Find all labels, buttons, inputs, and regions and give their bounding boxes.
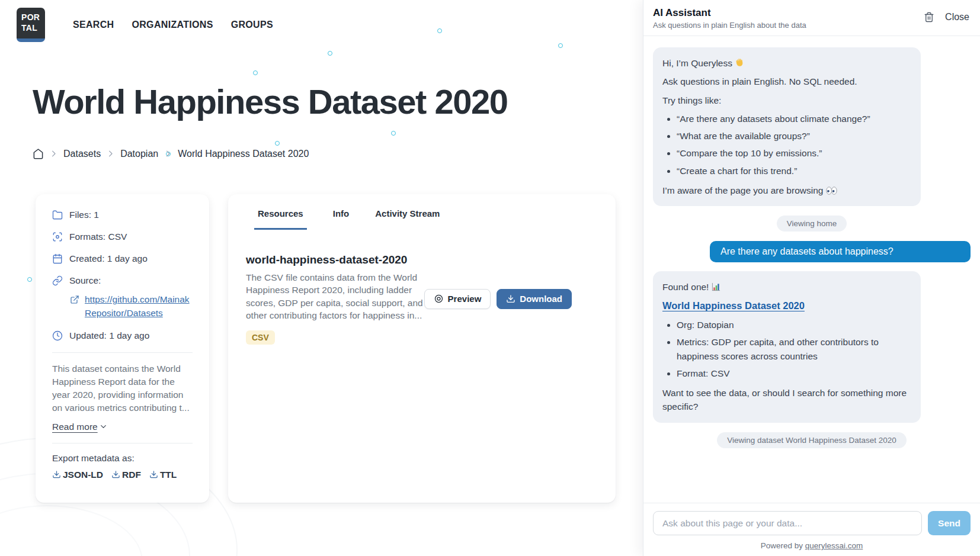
resource-name: world-happiness-dataset-2020 [246,253,424,266]
portal-logo-text: POR TAL [17,8,45,38]
export-rdf-label: RDF [122,470,141,480]
decor-ring [253,70,258,75]
created-value: Created: 1 day ago [69,253,148,264]
link-icon [52,275,63,286]
breadcrumb-item-datopian[interactable]: Datopian [120,149,158,159]
chat-messages: Hi, I’m Queryless Ask questions in plain… [643,36,980,503]
suggestion-list: “Are there any datasets about climate ch… [662,112,911,178]
download-icon [52,470,61,479]
eye-icon [434,294,444,304]
ai-assistant-panel: AI Assistant Ask questions in plain Engl… [643,0,980,556]
preview-label: Preview [448,294,482,304]
answer-dataset: World Happiness Dataset 2020 [662,298,911,313]
assistant-subtitle: Ask questions in plain English about the… [653,21,806,30]
decor-ring [275,141,280,146]
answer-outro: Want to see the data, or should I search… [662,386,911,414]
dataset-description: This dataset contains the World Happines… [52,362,193,414]
files-value: Files: 1 [69,210,99,220]
nav-item-organizations[interactable]: ORGANIZATIONS [132,20,213,30]
preview-button[interactable]: Preview [424,289,491,309]
updated-row: Updated: 1 day ago [52,330,193,341]
export-rdf-link[interactable]: RDF [111,470,141,480]
resource-actions: Preview Download [424,289,598,309]
answer-fact: Format: CSV [677,367,911,380]
chat-input[interactable] [653,511,922,535]
source-link-row: https://github.com/MainakRepositor/Datas… [70,293,193,320]
nav-item-groups[interactable]: GROUPS [231,20,273,30]
tab-resources[interactable]: Resources [254,208,307,230]
export-ttl-link[interactable]: TTL [149,470,177,480]
context-pill-viewing-dataset: Viewing dataset World Happiness Dataset … [717,432,906,448]
decor-ring [328,51,332,56]
download-icon [149,470,158,479]
export-metadata-label: Export metadata as: [52,453,193,464]
answer-fact: Org: Datopian [677,318,911,332]
export-ttl-label: TTL [160,470,177,480]
answer-intro: Found one! [662,280,911,294]
download-label: Download [520,294,562,304]
source-label: Source: [69,275,101,286]
breadcrumb-current: World Happiness Dataset 2020 [178,149,309,159]
tabbar: Resources Info Activity Stream [246,208,598,230]
export-links-row: JSON-LD RDF TTL [52,470,193,480]
decor-ring [391,131,396,136]
context-pill-viewing-home: Viewing home [777,216,847,232]
metadata-card: Files: 1 Formats: CSV Created: 1 day ago… [36,194,209,503]
export-jsonld-link[interactable]: JSON-LD [52,470,103,480]
portal-logo[interactable]: POR TAL [17,8,45,42]
dataset-result-link[interactable]: World Happiness Dataset 2020 [662,300,805,311]
trash-icon [924,12,934,23]
formats-row: Formats: CSV [52,232,193,242]
source-url-link[interactable]: https://github.com/MainakRepositor/Datas… [85,293,191,320]
resource-list-item: world-happiness-dataset-2020 The CSV fil… [246,253,598,345]
powered-by-footer: Powered by querylessai.com [643,539,980,556]
download-icon [506,294,515,304]
decor-ring [437,28,442,33]
external-link-icon [70,295,79,304]
resource-card: Resources Info Activity Stream world-hap… [228,194,616,503]
close-button[interactable]: Close [945,12,969,23]
assistant-header-actions: Close [924,7,969,23]
assistant-header: AI Assistant Ask questions in plain Engl… [643,0,980,36]
clear-chat-button[interactable] [924,12,934,23]
download-button[interactable]: Download [497,289,572,309]
divider [52,352,193,353]
tab-info[interactable]: Info [333,208,350,230]
answer-fact: Metrics: GDP per capita, and other contr… [677,335,911,363]
user-message: Are there any datasets about happiness? [710,241,971,262]
chevron-right-icon [106,149,115,158]
breadcrumb-home-link[interactable] [33,148,44,159]
download-icon [111,470,120,479]
assistant-message-greeting: Hi, I’m Queryless Ask questions in plain… [653,47,921,206]
nav-item-search[interactable]: SEARCH [73,20,114,30]
tab-activity-stream[interactable]: Activity Stream [375,208,440,230]
resource-description: The CSV file contains data from the Worl… [246,271,424,322]
suggestion-item: “Compare the top 10 by emissions.” [677,146,911,160]
eyes-emoji [826,187,837,195]
querylessai-link[interactable]: querylessai.com [805,541,863,550]
breadcrumb: Datasets Datopian World Happiness Datase… [33,148,309,159]
decor-ring [27,277,32,282]
created-row: Created: 1 day ago [52,253,193,264]
files-row: Files: 1 [52,210,193,220]
decor-ring [558,43,563,48]
read-more-link[interactable]: Read more [52,422,108,432]
portal-logo-accent-bar [17,38,45,42]
app-root: POR TAL SEARCH ORGANIZATIONS GROUPS Worl… [0,0,980,556]
send-button[interactable]: Send [928,511,971,535]
main-content: POR TAL SEARCH ORGANIZATIONS GROUPS Worl… [0,0,643,556]
read-more-label: Read more [52,422,98,432]
formats-value: Formats: CSV [69,232,127,242]
chevron-right-icon [49,149,58,158]
export-jsonld-label: JSON-LD [63,470,103,480]
calendar-icon [52,253,63,264]
powered-by-label: Powered by [761,541,803,550]
breadcrumb-item-datasets[interactable]: Datasets [63,149,101,159]
format-scan-icon [52,232,63,242]
assistant-message-answer: Found one! World Happiness Dataset 2020 … [653,271,921,423]
divider [52,443,193,443]
suggestion-item: “Create a chart for this trend.” [677,164,911,178]
resource-info: world-happiness-dataset-2020 The CSV fil… [246,253,424,345]
greeting-line-2: Ask questions in plain English. No SQL n… [662,75,911,88]
bar-chart-emoji [712,282,720,291]
